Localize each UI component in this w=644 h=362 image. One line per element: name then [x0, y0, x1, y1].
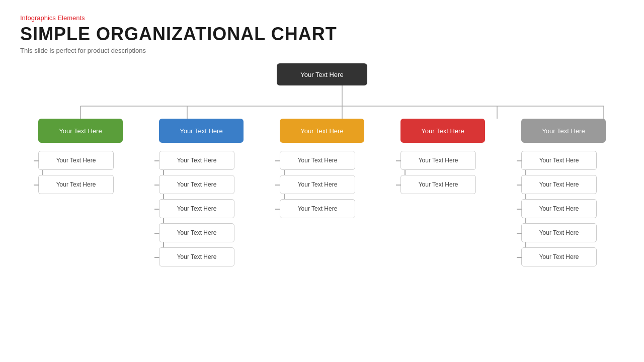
child-node: Your Text Here — [521, 175, 597, 194]
child-node: Your Text Here — [521, 199, 597, 218]
column-4: Your Text Here Your Text Here Your Text … — [397, 119, 488, 266]
child-node: Your Text Here — [38, 151, 114, 170]
header: Infographics Elements SIMPLE ORGANIZATIO… — [20, 14, 624, 54]
col-header-4: Your Text Here — [400, 119, 485, 143]
column-5: Your Text Here Your Text Here Your Text … — [518, 119, 609, 266]
column-2: Your Text Here Your Text Here Your Text … — [156, 119, 247, 266]
children-wrapper-4: Your Text Here Your Text Here — [400, 151, 485, 194]
column-3: Your Text Here Your Text Here Your Text … — [277, 119, 367, 266]
child-node: Your Text Here — [521, 151, 597, 170]
child-node: Your Text Here — [159, 175, 234, 194]
child-node: Your Text Here — [159, 199, 234, 218]
child-node: Your Text Here — [400, 175, 476, 194]
columns-container: Your Text Here Your Text Here Your Text … — [20, 119, 624, 266]
child-node: Your Text Here — [159, 247, 234, 266]
col-header-5: Your Text Here — [521, 119, 606, 143]
col-header-2: Your Text Here — [159, 119, 244, 143]
chart-area: Your Text Here Your Text Here — [20, 63, 624, 345]
column-1: Your Text Here Your Text Here Your Text … — [35, 119, 126, 266]
child-node: Your Text Here — [400, 151, 476, 170]
child-node: Your Text Here — [521, 223, 597, 242]
child-node: Your Text Here — [38, 175, 114, 194]
child-node: Your Text Here — [521, 247, 597, 266]
children-wrapper-1: Your Text Here Your Text Here — [38, 151, 123, 194]
root-node: Your Text Here — [277, 63, 367, 85]
subtitle: Infographics Elements — [20, 14, 624, 22]
col-header-1: Your Text Here — [38, 119, 123, 143]
children-wrapper-2: Your Text Here Your Text Here Your Text … — [159, 151, 244, 266]
child-node: Your Text Here — [159, 223, 234, 242]
children-wrapper-5: Your Text Here Your Text Here Your Text … — [521, 151, 606, 266]
child-node: Your Text Here — [280, 151, 355, 170]
col-header-3: Your Text Here — [280, 119, 364, 143]
main-title: SIMPLE ORGANIZATIONAL CHART — [20, 24, 624, 45]
description: This slide is perfect for product descri… — [20, 47, 624, 54]
child-node: Your Text Here — [159, 151, 234, 170]
page: Infographics Elements SIMPLE ORGANIZATIO… — [0, 0, 644, 362]
children-wrapper-3: Your Text Here Your Text Here Your Text … — [280, 151, 364, 218]
child-node: Your Text Here — [280, 199, 355, 218]
child-node: Your Text Here — [280, 175, 355, 194]
